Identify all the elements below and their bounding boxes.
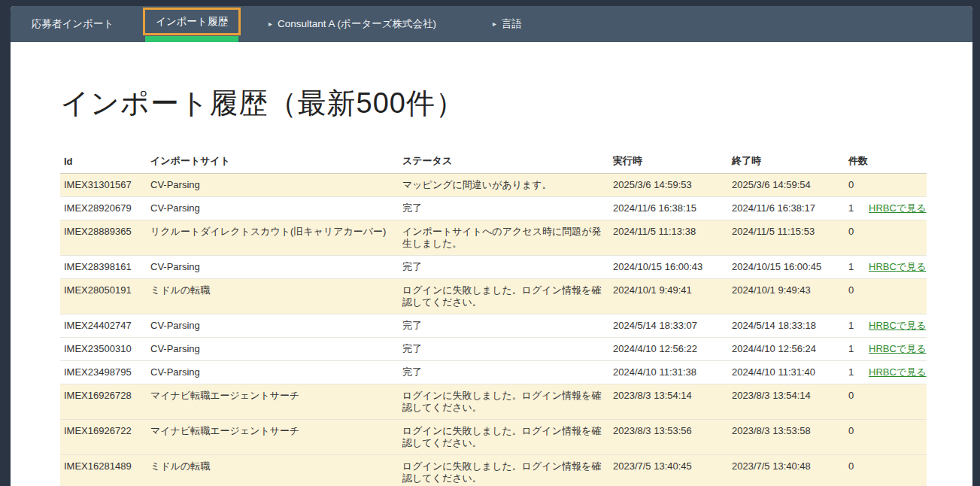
cell-ended: 2024/10/1 9:49:43 [732, 279, 848, 314]
cell-id: IMEX28920679 [60, 197, 150, 220]
table-row: IMEX28050191 ミドルの転職 ログインに失敗しました。ログイン情報を確… [60, 279, 927, 314]
triangle-right-icon: ▸ [493, 20, 496, 28]
cell-id: IMEX28398161 [60, 256, 150, 279]
cell-count: 0 [848, 174, 869, 197]
hrbc-view-link[interactable]: HRBCで見る [869, 261, 926, 272]
cell-link [869, 420, 927, 455]
cell-started: 2023/8/3 13:53:56 [613, 420, 732, 455]
cell-link: HRBCで見る [869, 338, 927, 361]
cell-link [869, 455, 927, 486]
cell-count: 0 [848, 220, 869, 256]
cell-link: HRBCで見る [869, 314, 927, 338]
nav-menu-consultant-label: Consultant A (ポーターズ株式会社) [278, 18, 436, 29]
cell-id: IMEX23498795 [60, 361, 150, 384]
cell-ended: 2024/10/15 16:00:45 [732, 256, 848, 279]
table-row: IMEX16926728 マイナビ転職エージェントサーチ ログインに失敗しました… [60, 384, 927, 420]
page-title: インポート履歴（最新500件） [60, 42, 972, 123]
cell-count: 0 [848, 455, 869, 486]
cell-count: 0 [848, 384, 869, 420]
top-navbar: 応募者インポート インポート履歴 ▸Consultant A (ポーターズ株式会… [11, 6, 972, 42]
column-header-started: 実行時 [613, 150, 732, 174]
cell-ended: 2023/7/5 13:40:48 [732, 455, 848, 486]
nav-menu-consultant[interactable]: ▸Consultant A (ポーターズ株式会社) [269, 17, 436, 31]
cell-started: 2024/10/1 9:49:41 [613, 279, 732, 314]
cell-count: 1 [848, 338, 869, 361]
table-row: IMEX23500310 CV-Parsing 完了 2024/4/10 12:… [60, 338, 927, 361]
column-header-ended: 終了時 [732, 150, 848, 174]
cell-ended: 2023/8/3 13:53:58 [732, 420, 848, 455]
cell-count: 1 [848, 361, 869, 384]
cell-status: ログインに失敗しました。ログイン情報を確認してください。 [402, 279, 613, 314]
main-content: インポート履歴（最新500件） Id インポートサイト ステータス 実行時 終了… [11, 42, 972, 486]
cell-started: 2024/11/6 16:38:15 [613, 197, 732, 220]
hrbc-view-link[interactable]: HRBCで見る [869, 366, 926, 378]
column-header-id: Id [60, 150, 150, 174]
cell-site: マイナビ転職エージェントサーチ [150, 420, 402, 455]
cell-ended: 2024/4/10 12:56:24 [732, 338, 848, 361]
hrbc-view-link[interactable]: HRBCで見る [869, 343, 926, 354]
cell-count: 1 [848, 197, 869, 220]
column-header-site: インポートサイト [150, 150, 402, 174]
content-card: 応募者インポート インポート履歴 ▸Consultant A (ポーターズ株式会… [11, 6, 972, 486]
nav-menu-language-label: 言語 [502, 18, 522, 29]
cell-site: リクルートダイレクトスカウト(旧キャリアカーバー) [150, 220, 402, 256]
cell-link [869, 174, 927, 197]
cell-site: CV-Parsing [150, 314, 402, 338]
cell-status: マッピングに間違いがあります。 [402, 174, 613, 197]
cell-count: 0 [848, 420, 869, 455]
import-history-table: Id インポートサイト ステータス 実行時 終了時 件数 IMEX3130156… [60, 150, 927, 486]
table-row: IMEX28398161 CV-Parsing 完了 2024/10/15 16… [60, 256, 927, 279]
cell-count: 0 [848, 279, 869, 314]
nav-tab-applicant-import[interactable]: 応募者インポート [32, 17, 114, 31]
triangle-right-icon: ▸ [269, 20, 272, 28]
cell-id: IMEX16926722 [60, 420, 150, 455]
table-row: IMEX16926722 マイナビ転職エージェントサーチ ログインに失敗しました… [60, 420, 927, 455]
cell-count: 1 [848, 314, 869, 338]
cell-ended: 2024/5/14 18:33:18 [732, 314, 848, 338]
cell-site: ミドルの転職 [150, 455, 402, 486]
cell-site: CV-Parsing [150, 174, 402, 197]
cell-id: IMEX24402747 [60, 314, 150, 338]
cell-status: ログインに失敗しました。ログイン情報を確認してください。 [402, 420, 613, 455]
table-row: IMEX28889365 リクルートダイレクトスカウト(旧キャリアカーバー) イ… [60, 220, 927, 256]
active-tab-underline [145, 36, 238, 42]
hrbc-view-link[interactable]: HRBCで見る [869, 202, 926, 214]
cell-count: 1 [848, 256, 869, 279]
cell-status: 完了 [402, 361, 613, 384]
cell-started: 2024/11/5 11:13:38 [613, 220, 732, 256]
column-header-status: ステータス [402, 150, 613, 174]
table-row: IMEX28920679 CV-Parsing 完了 2024/11/6 16:… [60, 197, 927, 220]
cell-link [869, 279, 927, 314]
cell-status: 完了 [402, 256, 613, 279]
cell-status: 完了 [402, 197, 613, 220]
cell-site: CV-Parsing [150, 197, 402, 220]
cell-link: HRBCで見る [869, 256, 927, 279]
cell-status: インポートサイトへのアクセス時に問題が発生しました。 [402, 220, 613, 256]
cell-site: CV-Parsing [150, 361, 402, 384]
table-header-row: Id インポートサイト ステータス 実行時 終了時 件数 [60, 150, 927, 174]
cell-ended: 2023/8/3 13:54:14 [732, 384, 848, 420]
table-row: IMEX31301567 CV-Parsing マッピングに間違いがあります。 … [60, 174, 927, 197]
cell-site: CV-Parsing [150, 256, 402, 279]
cell-site: CV-Parsing [150, 338, 402, 361]
cell-started: 2024/5/14 18:33:07 [613, 314, 732, 338]
cell-id: IMEX28889365 [60, 220, 150, 256]
cell-started: 2023/8/3 13:54:14 [613, 384, 732, 420]
cell-started: 2025/3/6 14:59:53 [613, 174, 732, 197]
cell-id: IMEX16281489 [60, 455, 150, 486]
cell-ended: 2025/3/6 14:59:54 [732, 174, 848, 197]
cell-ended: 2024/11/5 11:15:53 [732, 220, 848, 256]
nav-tab-import-history[interactable]: インポート履歴 [143, 8, 241, 35]
cell-ended: 2024/4/10 11:31:40 [732, 361, 848, 384]
cell-site: ミドルの転職 [150, 279, 402, 314]
hrbc-view-link[interactable]: HRBCで見る [869, 320, 926, 331]
cell-ended: 2024/11/6 16:38:17 [732, 197, 848, 220]
cell-started: 2024/4/10 11:31:38 [613, 361, 732, 384]
table-row: IMEX23498795 CV-Parsing 完了 2024/4/10 11:… [60, 361, 927, 384]
cell-status: ログインに失敗しました。ログイン情報を確認してください。 [402, 455, 613, 486]
cell-id: IMEX31301567 [60, 174, 150, 197]
column-header-count: 件数 [848, 150, 927, 174]
cell-status: ログインに失敗しました。ログイン情報を確認してください。 [402, 384, 613, 420]
nav-menu-language[interactable]: ▸言語 [493, 17, 522, 31]
cell-id: IMEX28050191 [60, 279, 150, 314]
